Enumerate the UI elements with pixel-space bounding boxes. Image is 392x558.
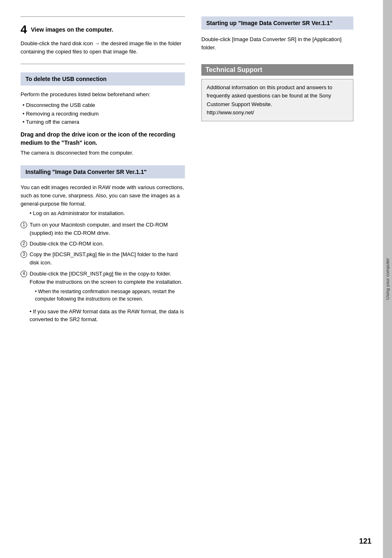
technical-support-section: Technical Support Additional information…: [201, 64, 353, 121]
footer-note: If you save the ARW format data as the R…: [30, 308, 185, 324]
usb-section-box-title: To delete the USB connection: [25, 76, 106, 82]
usb-bullets: Disconnecting the USB cable Removing a r…: [23, 101, 185, 127]
install-step-4-subnote: When the restarting confirmation message…: [35, 288, 185, 303]
install-step-1-num: 1: [21, 222, 27, 228]
step4-body: Double-click the hard disk icon → the de…: [21, 39, 185, 56]
log-on-note: Log on as Administrator for installation…: [30, 209, 185, 218]
page-number: 121: [359, 537, 371, 546]
starting-body: Double-click [Image Data Converter SR] i…: [201, 35, 353, 52]
install-step-3-num: 3: [21, 251, 27, 258]
technical-support-header: Technical Support: [201, 64, 353, 76]
step4-section: 4 View images on the computer. Double-cl…: [21, 16, 185, 64]
install-step-2: 2 Double-click the CD-ROM icon.: [21, 240, 185, 248]
install-step-4: 4 Double-click the [IDCSR_INST.pkg] file…: [21, 270, 185, 304]
starting-section-title: Starting up "Image Data Converter SR Ver…: [206, 20, 348, 26]
install-step-4-text: Double-click the [IDCSR_INST.pkg] file i…: [30, 270, 182, 286]
installing-section-title: Installing "Image Data Converter SR Ver.…: [25, 169, 147, 175]
installing-section: Installing "Image Data Converter SR Ver.…: [21, 165, 185, 324]
main-content: 4 View images on the computer. Double-cl…: [0, 0, 383, 558]
installing-body-intro: You can edit images recorded in RAW mode…: [21, 183, 185, 208]
install-step-1-text: Turn on your Macintosh computer, and ins…: [30, 221, 185, 237]
step4-number: 4: [21, 23, 27, 36]
side-tab: Using your computer: [383, 0, 392, 558]
install-step-4-num: 4: [21, 271, 27, 277]
install-step-2-text: Double-click the CD-ROM icon.: [30, 240, 185, 248]
install-step-3-text: Copy the [IDCSR_INST.pkg] file in the [M…: [30, 250, 185, 267]
usb-section: To delete the USB connection Perform the…: [21, 72, 185, 157]
drag-instruction: Drag and drop the drive icon or the icon…: [21, 131, 185, 147]
install-step-1: 1 Turn on your Macintosh computer, and i…: [21, 221, 185, 237]
starting-section-box: Starting up "Image Data Converter SR Ver…: [201, 16, 353, 30]
drag-result: The camera is disconnected from the comp…: [21, 149, 185, 157]
step4-header: 4 View images on the computer.: [21, 23, 185, 36]
installing-steps: 1 Turn on your Macintosh computer, and i…: [21, 221, 185, 304]
technical-support-box: Additional information on this product a…: [201, 79, 353, 121]
left-column: 4 View images on the computer. Double-cl…: [21, 16, 197, 542]
side-tab-label: Using your computer: [385, 258, 390, 300]
usb-intro: Perform the procedures listed below befo…: [21, 90, 185, 99]
step4-body-text: Double-click the hard disk icon → the de…: [21, 40, 182, 55]
step4-title: View images on the computer.: [31, 26, 113, 33]
technical-support-body: Additional information on this product a…: [207, 83, 348, 117]
right-column: Starting up "Image Data Converter SR Ver…: [197, 16, 353, 542]
usb-bullet-1: Disconnecting the USB cable: [23, 101, 185, 110]
install-step-3: 3 Copy the [IDCSR_INST.pkg] file in the …: [21, 250, 185, 267]
technical-support-url: http://www.sony.net/: [207, 109, 254, 116]
usb-section-box: To delete the USB connection: [21, 72, 185, 86]
page-container: 4 View images on the computer. Double-cl…: [0, 0, 392, 558]
usb-bullet-3: Turning off the camera: [23, 118, 185, 127]
usb-bullet-2: Removing a recording medium: [23, 110, 185, 118]
install-step-2-num: 2: [21, 241, 27, 247]
installing-section-box: Installing "Image Data Converter SR Ver.…: [21, 165, 185, 178]
